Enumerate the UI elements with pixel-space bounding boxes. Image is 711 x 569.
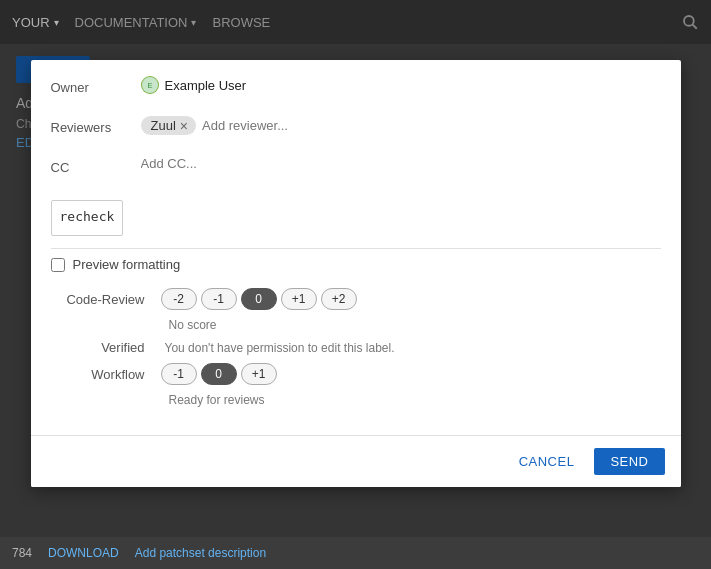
svg-text:E: E bbox=[147, 81, 152, 90]
add-patchset-link[interactable]: Add patchset description bbox=[135, 546, 266, 560]
verified-disabled-text: You don't have permission to edit this l… bbox=[165, 341, 395, 355]
owner-label: Owner bbox=[51, 76, 141, 95]
code-review-buttons: -2 -1 0 +1 +2 bbox=[161, 288, 357, 310]
dialog-footer: CANCEL SEND bbox=[31, 435, 681, 487]
bottom-bar: 784 DOWNLOAD Add patchset description bbox=[0, 537, 711, 569]
preview-formatting-checkbox[interactable] bbox=[51, 258, 65, 272]
preview-formatting-label: Preview formatting bbox=[73, 257, 181, 272]
code-review-minus2[interactable]: -2 bbox=[161, 288, 197, 310]
workflow-0[interactable]: 0 bbox=[201, 363, 237, 385]
verified-value: You don't have permission to edit this l… bbox=[161, 341, 661, 355]
workflow-plus1[interactable]: +1 bbox=[241, 363, 277, 385]
code-review-plus1[interactable]: +1 bbox=[281, 288, 317, 310]
dialog-form: Owner E Example User Reviewers Zu bbox=[31, 60, 681, 435]
reply-dialog: Owner E Example User Reviewers Zu bbox=[31, 60, 681, 487]
download-link[interactable]: DOWNLOAD bbox=[48, 546, 119, 560]
cc-label: CC bbox=[51, 156, 141, 175]
verified-row: Verified You don't have permission to ed… bbox=[51, 340, 661, 355]
workflow-minus1[interactable]: -1 bbox=[161, 363, 197, 385]
reviewers-row: Reviewers Zuul × bbox=[51, 116, 661, 144]
code-review-row: Code-Review -2 -1 0 +1 +2 bbox=[51, 288, 661, 310]
workflow-note: Ready for reviews bbox=[169, 393, 265, 407]
send-button[interactable]: SEND bbox=[594, 448, 664, 475]
scoring-section: Code-Review -2 -1 0 +1 +2 No score Verif… bbox=[51, 288, 661, 419]
code-review-minus1[interactable]: -1 bbox=[201, 288, 237, 310]
cc-row: CC bbox=[51, 156, 661, 184]
workflow-row: Workflow -1 0 +1 bbox=[51, 363, 661, 385]
code-review-label: Code-Review bbox=[51, 292, 161, 307]
cc-input[interactable] bbox=[141, 156, 341, 171]
add-reviewer-input[interactable] bbox=[202, 118, 342, 133]
reviewers-value: Zuul × bbox=[141, 116, 661, 135]
remove-reviewer-button[interactable]: × bbox=[180, 119, 188, 133]
reviewer-name: Zuul bbox=[151, 118, 176, 133]
page-number: 784 bbox=[12, 546, 32, 560]
reviewer-chip-zuul: Zuul × bbox=[141, 116, 196, 135]
owner-name: Example User bbox=[165, 78, 247, 93]
workflow-buttons: -1 0 +1 bbox=[161, 363, 277, 385]
workflow-label: Workflow bbox=[51, 367, 161, 382]
cc-value bbox=[141, 156, 661, 171]
code-review-plus2[interactable]: +2 bbox=[321, 288, 357, 310]
reviewers-label: Reviewers bbox=[51, 116, 141, 135]
verified-label: Verified bbox=[51, 340, 161, 355]
preview-row: Preview formatting bbox=[51, 248, 661, 276]
owner-row: Owner E Example User bbox=[51, 76, 661, 104]
cancel-button[interactable]: CANCEL bbox=[507, 448, 587, 475]
owner-icon: E bbox=[141, 76, 159, 94]
message-area[interactable]: recheck bbox=[51, 200, 124, 236]
owner-value: E Example User bbox=[141, 76, 661, 94]
dialog-overlay: Owner E Example User Reviewers Zu bbox=[0, 0, 711, 569]
code-review-0[interactable]: 0 bbox=[241, 288, 277, 310]
code-review-note: No score bbox=[169, 318, 217, 332]
